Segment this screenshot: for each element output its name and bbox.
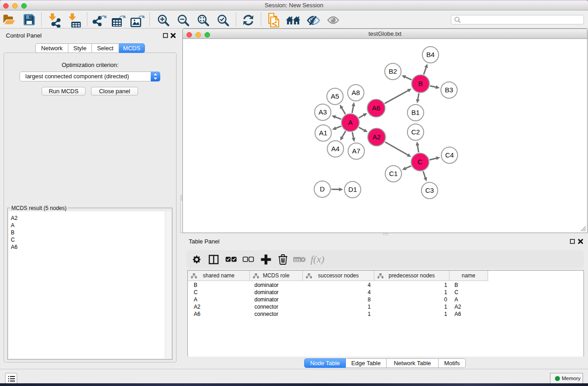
svg-text:D: D: [320, 185, 325, 193]
svg-text:A5: A5: [331, 92, 339, 100]
svg-text:A2: A2: [373, 133, 381, 141]
svg-text:B2: B2: [389, 67, 397, 75]
svg-text:C4: C4: [445, 151, 454, 159]
svg-text:B: B: [418, 80, 423, 87]
svg-text:B1: B1: [411, 109, 420, 116]
svg-text:A7: A7: [352, 147, 360, 155]
svg-text:A3: A3: [319, 108, 327, 116]
svg-text:B3: B3: [445, 86, 453, 94]
svg-text:A4: A4: [331, 145, 339, 152]
svg-text:C: C: [418, 158, 423, 166]
svg-text:B4: B4: [426, 51, 435, 58]
svg-text:C2: C2: [411, 128, 420, 136]
svg-text:C3: C3: [425, 186, 434, 194]
svg-text:C1: C1: [389, 170, 397, 177]
svg-text:A8: A8: [352, 89, 360, 96]
svg-text:D1: D1: [348, 186, 357, 193]
svg-text:A: A: [348, 119, 353, 126]
svg-text:A6: A6: [372, 104, 380, 112]
svg-text:A1: A1: [319, 129, 327, 137]
